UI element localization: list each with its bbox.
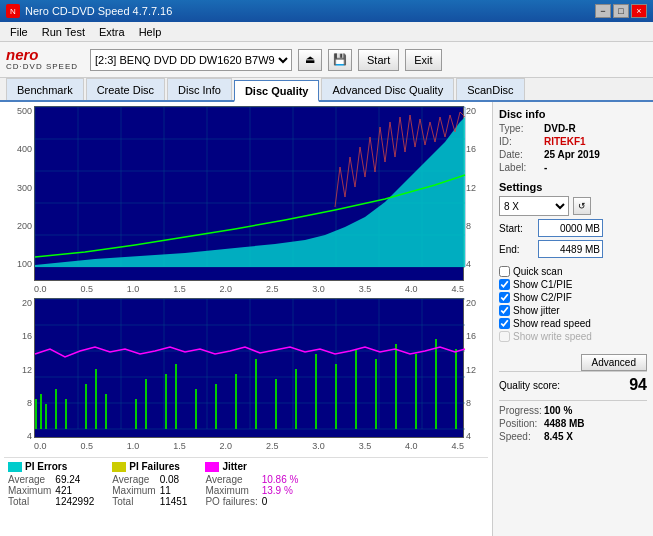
show-jitter-label: Show jitter [513, 305, 560, 316]
save-button[interactable]: 💾 [328, 49, 352, 71]
tab-benchmark[interactable]: Benchmark [6, 78, 84, 100]
bot-x-1.5: 1.5 [173, 441, 186, 451]
drive-select[interactable]: [2:3] BENQ DVD DD DW1620 B7W9 [90, 49, 292, 71]
exit-button[interactable]: Exit [405, 49, 441, 71]
pi-errors-legend: PI Errors Average 69.24 Maximum 421 Tota… [8, 461, 94, 507]
nero-logo: nero CD·DVD SPEED [6, 47, 78, 72]
jitter-avg-val: 10.86 % [262, 474, 299, 485]
eject-button[interactable]: ⏏ [298, 49, 322, 71]
close-button[interactable]: × [631, 4, 647, 18]
top-x-2.0: 2.0 [220, 284, 233, 294]
show-write-speed-row: Show write speed [499, 331, 647, 342]
show-jitter-row: Show jitter [499, 305, 647, 316]
quality-score-value: 94 [629, 376, 647, 394]
menu-run-test[interactable]: Run Test [36, 24, 91, 40]
svg-rect-44 [175, 364, 177, 429]
show-read-speed-checkbox[interactable] [499, 318, 510, 329]
speed-select[interactable]: 8 X [499, 196, 569, 216]
speed-refresh-btn[interactable]: ↺ [573, 197, 591, 215]
logo-subtext: CD·DVD SPEED [6, 63, 78, 72]
svg-rect-47 [235, 374, 237, 429]
show-write-speed-checkbox[interactable] [499, 331, 510, 342]
bot-x-2.0: 2.0 [220, 441, 233, 451]
advanced-button[interactable]: Advanced [581, 354, 647, 371]
window-controls[interactable]: − □ × [595, 4, 647, 18]
pif-avg-val: 0.08 [160, 474, 188, 485]
bottom-chart-svg [34, 298, 464, 438]
menu-help[interactable]: Help [133, 24, 168, 40]
show-read-speed-label: Show read speed [513, 318, 591, 329]
main-content: 500 400 300 200 100 [0, 102, 653, 536]
bot-y-left-4: 4 [27, 431, 32, 441]
tab-advanced-disc-quality[interactable]: Advanced Disc Quality [321, 78, 454, 100]
svg-rect-33 [35, 399, 37, 429]
top-y-right-16: 16 [466, 144, 476, 154]
quick-scan-row: Quick scan [499, 266, 647, 277]
id-label: ID: [499, 136, 544, 147]
pif-max-val: 11 [160, 485, 188, 496]
jitter-po-label: PO failures: [205, 496, 257, 507]
jitter-label: Jitter [222, 461, 246, 472]
bot-y-left-8: 8 [27, 398, 32, 408]
start-button[interactable]: Start [358, 49, 399, 71]
pi-failures-label: PI Failures [129, 461, 180, 472]
progress-section: Progress: 100 % Position: 4488 MB Speed:… [499, 400, 647, 442]
top-y-left-300: 300 [17, 183, 32, 193]
svg-rect-34 [40, 394, 42, 429]
tab-disc-info[interactable]: Disc Info [167, 78, 232, 100]
disc-label-label: Label: [499, 162, 544, 173]
tab-disc-quality[interactable]: Disc Quality [234, 80, 320, 102]
show-c1-pie-row: Show C1/PIE [499, 279, 647, 290]
show-jitter-checkbox[interactable] [499, 305, 510, 316]
svg-rect-48 [255, 359, 257, 429]
pi-tot-label: Total [8, 496, 51, 507]
top-y-left-100: 100 [17, 259, 32, 269]
bottom-chart-container: 20 16 12 8 4 [4, 298, 488, 453]
bot-x-3.0: 3.0 [312, 441, 325, 451]
show-c2-pif-checkbox[interactable] [499, 292, 510, 303]
bot-y-left-16: 16 [22, 331, 32, 341]
svg-rect-56 [415, 354, 417, 429]
settings-section: Settings 8 X ↺ Start: End: [499, 181, 647, 258]
pif-max-label: Maximum [112, 485, 155, 496]
progress-label: Progress: [499, 405, 544, 416]
bot-y-right-16: 16 [466, 331, 476, 341]
start-input[interactable] [538, 219, 603, 237]
quality-score-section: Quality score: 94 [499, 371, 647, 394]
svg-rect-49 [275, 379, 277, 429]
top-y-left-400: 400 [17, 144, 32, 154]
logo-text: nero [6, 47, 78, 64]
tab-scan-disc[interactable]: ScanDisc [456, 78, 524, 100]
svg-rect-53 [355, 349, 357, 429]
pif-tot-label: Total [112, 496, 155, 507]
quick-scan-checkbox[interactable] [499, 266, 510, 277]
pi-avg-val: 69.24 [55, 474, 94, 485]
maximize-button[interactable]: □ [613, 4, 629, 18]
show-write-speed-label: Show write speed [513, 331, 592, 342]
show-c2-pif-row: Show C2/PIF [499, 292, 647, 303]
show-c1-pie-checkbox[interactable] [499, 279, 510, 290]
top-x-4.5: 4.5 [451, 284, 464, 294]
end-setting-row: End: [499, 240, 647, 258]
top-x-4.0: 4.0 [405, 284, 418, 294]
menu-extra[interactable]: Extra [93, 24, 131, 40]
quick-scan-label: Quick scan [513, 266, 562, 277]
end-label: End: [499, 244, 534, 255]
tab-create-disc[interactable]: Create Disc [86, 78, 165, 100]
type-value: DVD-R [544, 123, 576, 134]
menu-file[interactable]: File [4, 24, 34, 40]
type-label: Type: [499, 123, 544, 134]
start-label: Start: [499, 223, 534, 234]
show-c2-pif-label: Show C2/PIF [513, 292, 572, 303]
minimize-button[interactable]: − [595, 4, 611, 18]
position-label: Position: [499, 418, 544, 429]
svg-rect-43 [165, 374, 167, 429]
svg-rect-37 [65, 399, 67, 429]
top-x-2.5: 2.5 [266, 284, 279, 294]
checkboxes-section: Quick scan Show C1/PIE Show C2/PIF Show … [499, 266, 647, 342]
pi-errors-color [8, 462, 22, 472]
top-y-left-200: 200 [17, 221, 32, 231]
end-input[interactable] [538, 240, 603, 258]
show-read-speed-row: Show read speed [499, 318, 647, 329]
top-y-left-500: 500 [17, 106, 32, 116]
